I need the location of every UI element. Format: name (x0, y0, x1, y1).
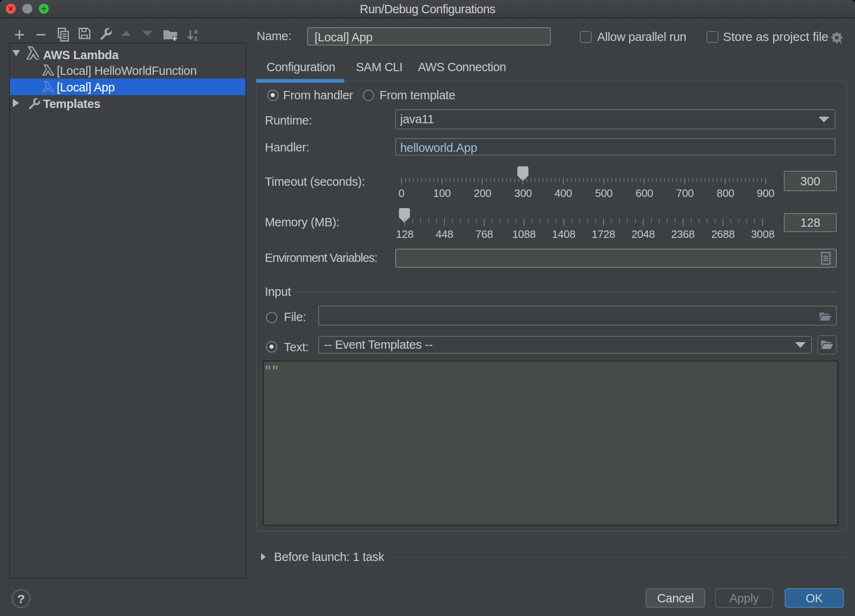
svg-text:a: a (194, 28, 198, 35)
svg-text:z: z (194, 35, 197, 42)
